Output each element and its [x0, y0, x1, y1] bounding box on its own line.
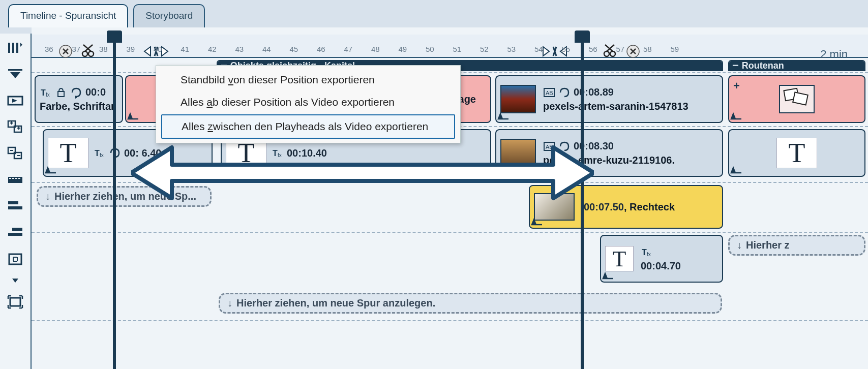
svg-point-21 [82, 51, 87, 56]
svg-text:T: T [95, 149, 100, 158]
text-effect-icon: Tfx [40, 86, 52, 99]
chapter-routen[interactable]: −Routenan [728, 60, 865, 71]
tool-remove-group[interactable] [5, 145, 25, 162]
svg-text:T: T [41, 88, 46, 97]
clip-text-right[interactable]: T [728, 129, 865, 177]
playhead-left[interactable] [113, 33, 116, 369]
clip-corner-icon [45, 165, 57, 175]
svg-rect-28 [58, 91, 64, 97]
svg-text:T: T [273, 149, 278, 158]
clip-farbe[interactable]: Tfx 00:0 Farbe, Schriftar [35, 75, 123, 123]
svg-point-24 [610, 51, 615, 56]
ctx-export-still[interactable]: Standbild von dieser Position exportiere… [156, 69, 460, 91]
svg-rect-3 [8, 69, 22, 71]
cut-right-icon[interactable] [602, 44, 617, 59]
tool-align-left[interactable] [5, 198, 25, 214]
thumbnail-kuzu [500, 139, 536, 167]
svg-rect-12 [15, 178, 17, 179]
clip-text3[interactable]: T Tfx 00:04.70 [600, 235, 723, 283]
ruler-tick: 41 [181, 45, 190, 53]
tool-expand[interactable] [5, 278, 25, 284]
text-icon: T [605, 246, 634, 271]
svg-rect-15 [8, 206, 22, 209]
ruler-tick: 45 [290, 45, 298, 53]
tab-timeline[interactable]: Timeline - Spuransicht [8, 4, 128, 27]
svg-rect-19 [10, 298, 20, 306]
collage-icon [779, 85, 815, 113]
ruler-tick: 42 [208, 45, 217, 53]
svg-point-22 [88, 51, 94, 56]
text-effect-icon: Tfx [94, 147, 106, 159]
tool-sidebar [0, 34, 32, 369]
svg-rect-17 [8, 233, 22, 236]
svg-rect-9 [8, 177, 22, 183]
ruler-tick: 39 [127, 45, 135, 53]
tool-align-top[interactable] [5, 66, 25, 82]
ruler-tick: 44 [262, 45, 271, 53]
tab-storyboard[interactable]: Storyboard [133, 4, 205, 27]
tool-crop-out[interactable] [5, 294, 25, 310]
ruler-tick: 58 [643, 45, 652, 53]
tool-align-right[interactable] [5, 225, 25, 241]
clip-corner-icon [497, 111, 510, 121]
playhead-right[interactable] [581, 33, 584, 369]
ruler-tick: 47 [344, 45, 353, 53]
tool-filmstrip[interactable] [5, 172, 25, 188]
ruler-tick: 55 [562, 45, 571, 53]
svg-point-23 [604, 51, 609, 56]
text-effect-icon: Tfx [272, 147, 284, 159]
svg-text:fx: fx [647, 252, 651, 257]
down-arrow-icon: ↓ [227, 297, 232, 309]
svg-rect-10 [9, 178, 11, 179]
svg-text:AB: AB [546, 144, 553, 150]
ab-icon: AB [543, 86, 555, 99]
thumbnail-saranin [500, 85, 536, 113]
tool-crop-in[interactable] [5, 251, 25, 267]
clip-routen-collage[interactable]: + [728, 75, 865, 123]
ctx-export-between[interactable]: Alles zwischen den Playheads als Video e… [161, 114, 455, 139]
svg-rect-13 [18, 178, 20, 179]
view-tabs: Timeline - Spuransicht Storyboard [8, 4, 205, 27]
time-ruler[interactable]: 2 min 3637383940414243444546474849505152… [32, 35, 868, 58]
clip-kuzu[interactable]: AB 00:08.30 pexels-emre-kuzu-2119106. [495, 129, 723, 177]
svg-rect-2 [16, 43, 18, 53]
tool-playback[interactable] [5, 93, 25, 109]
svg-rect-18 [9, 254, 21, 264]
clip-corner-icon [730, 165, 742, 175]
clip-corner-icon [531, 217, 543, 227]
clip-corner-icon [730, 111, 742, 121]
text-effect-icon: Tfx [641, 246, 653, 258]
ruler-tick: 54 [534, 45, 543, 53]
clear-marker-right-icon[interactable] [625, 44, 641, 59]
ruler-tick: 52 [480, 45, 489, 53]
cut-left-icon[interactable] [80, 44, 96, 59]
drop-hint-new-track-long[interactable]: ↓ Hierher ziehen, um neue Spur anzulegen… [219, 293, 722, 314]
ruler-tick: 53 [507, 45, 516, 53]
svg-rect-0 [8, 43, 10, 53]
tool-add-group[interactable] [5, 119, 25, 135]
lock-icon [55, 86, 67, 99]
ctx-export-from-here[interactable]: Alles ab dieser Position als Video expor… [156, 91, 460, 113]
svg-text:fx: fx [100, 152, 104, 158]
clip-corner-icon [127, 111, 139, 121]
down-arrow-icon: ↓ [737, 239, 742, 251]
tool-edit-tracks[interactable] [5, 40, 25, 56]
ruler-tick: 36 [45, 45, 53, 53]
ruler-tick: 40 [154, 45, 162, 53]
text-icon: T [776, 138, 817, 168]
clip-corner-icon [497, 165, 510, 175]
clip-rechteck[interactable]: 00:07.50, Rechteck [529, 185, 723, 229]
ruler-tick: 48 [371, 45, 380, 53]
loop-icon [558, 86, 571, 99]
ruler-tick: 56 [589, 45, 597, 53]
ruler-tick: 59 [671, 45, 679, 53]
text-icon: T [48, 138, 88, 168]
svg-text:fx: fx [278, 152, 282, 158]
clip-corner-icon [602, 270, 614, 281]
clip-saranin[interactable]: AB 00:08.89 pexels-artem-saranin-1547813 [495, 75, 723, 123]
drop-hint-right[interactable]: ↓ Hierher z [728, 235, 865, 256]
loop-icon [558, 140, 571, 152]
svg-rect-11 [12, 178, 14, 179]
svg-rect-16 [12, 228, 22, 231]
clear-marker-icon[interactable] [58, 44, 73, 59]
